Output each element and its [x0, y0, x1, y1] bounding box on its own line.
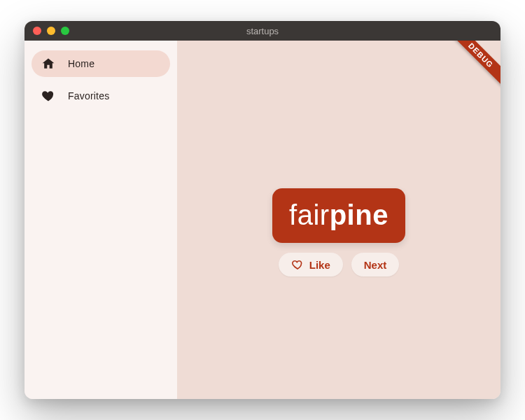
startup-card-group: fairpine Like Next [272, 188, 405, 276]
next-button-label: Next [364, 259, 387, 271]
minimize-window-button[interactable] [47, 27, 55, 35]
next-button[interactable]: Next [351, 253, 400, 276]
content-area: Home Favorites DEBUG fairpine [24, 41, 500, 399]
home-icon [41, 57, 55, 71]
sidebar-item-label: Home [68, 58, 94, 69]
sidebar-item-home[interactable]: Home [31, 50, 170, 77]
like-button-label: Like [309, 259, 330, 271]
window-controls [33, 27, 69, 35]
startup-logo-card: fairpine [272, 188, 405, 243]
action-row: Like Next [279, 253, 400, 276]
window-title: startups [24, 26, 500, 36]
startup-name-part1: fair [289, 200, 330, 230]
sidebar-item-favorites[interactable]: Favorites [31, 83, 170, 109]
app-window: startups Home Favorites DEBU [24, 21, 500, 399]
sidebar-item-label: Favorites [68, 90, 109, 102]
main-panel: DEBUG fairpine Like [177, 41, 500, 399]
heart-icon [41, 89, 55, 103]
sidebar: Home Favorites [24, 41, 177, 399]
heart-outline-icon [291, 258, 304, 271]
close-window-button[interactable] [33, 27, 41, 35]
titlebar: startups [24, 21, 500, 41]
debug-banner: DEBUG [447, 41, 500, 90]
zoom-window-button[interactable] [61, 27, 69, 35]
startup-name-part2: pine [330, 200, 388, 230]
like-button[interactable]: Like [279, 253, 343, 276]
startup-name: fairpine [289, 200, 388, 230]
